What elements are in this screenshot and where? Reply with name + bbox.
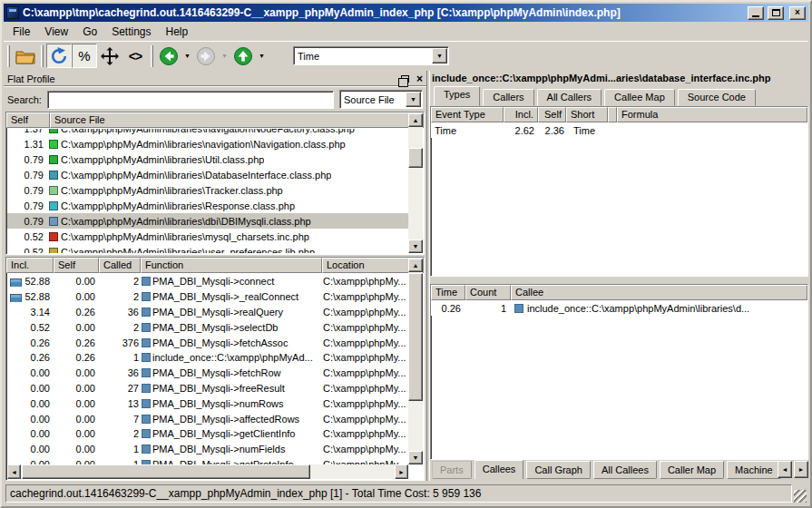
percent-toggle-button[interactable]: % [72,44,97,68]
group-by-value: Source File [340,94,406,105]
table-row[interactable]: 0.000.001PMA_DBI_Mysqli->numFieldsC:\xam… [7,442,408,457]
column-header-function[interactable]: Function [141,258,322,273]
table-row[interactable]: 0.000.007PMA_DBI_Mysqli->affectedRowsC:\… [7,411,408,426]
tab-scroll-right-button[interactable]: ► [794,461,808,478]
menu-help[interactable]: Help [159,24,196,40]
scrollbar-thumb[interactable] [22,464,310,479]
column-header-event-type[interactable]: Event Type [431,107,504,122]
column-header-source-file[interactable]: Source File [50,112,424,128]
list-item[interactable]: 0.79C:\xampp\phpMyAdmin\libraries\Tracke… [7,182,408,198]
table-row[interactable]: 0.000.0027PMA_DBI_Mysqli->freeResultC:\x… [7,381,408,396]
combobox-arrow-button[interactable]: ▼ [432,48,447,64]
menu-view[interactable]: View [37,24,75,40]
list-item[interactable]: 0.79C:\xampp\phpMyAdmin\libraries\Util.c… [7,151,408,167]
tab-all-callers[interactable]: All Callers [537,89,602,106]
up-dropdown-button[interactable]: ▼ [256,44,268,68]
expand-collapse-button[interactable]: <> [122,44,148,68]
column-header-called[interactable]: Called [99,258,141,273]
scroll-up-button[interactable]: ▲ [408,113,423,127]
resize-grip[interactable] [794,490,807,503]
column-header-callee[interactable]: Callee [511,285,807,300]
combobox-arrow-button[interactable]: ▼ [406,92,421,107]
toolbar-handle[interactable] [41,45,44,67]
close-button[interactable]: × [789,6,806,20]
tab-parts[interactable]: Parts [432,461,472,479]
list-item-selected[interactable]: 0.79C:\xampp\phpMyAdmin\libraries\dbi\DB… [7,213,408,229]
forward-dropdown-button[interactable]: ▼ [219,44,230,68]
table-row[interactable]: 0.26 1 include_once::C:\xampp\phpMyAdmin… [431,300,807,316]
dock-header[interactable]: Flat Profile × [4,71,426,87]
column-header-count[interactable]: Count [465,285,511,300]
table-row[interactable]: 0.260.261include_once::C:\xampp\phpMyAd.… [7,350,408,366]
tab-call-graph[interactable]: Call Graph [526,461,591,479]
dock-close-icon[interactable]: × [416,73,423,84]
maximize-button[interactable] [768,6,784,20]
scroll-left-button[interactable]: ◄ [7,464,21,479]
table-row[interactable]: 52.880.002PMA_DBI_Mysqli->_realConnectC:… [7,289,408,305]
tab-all-callees[interactable]: All Callees [593,461,657,479]
column-header-incl[interactable]: Incl. [504,107,538,122]
column-header-self[interactable]: Self [538,107,566,122]
tab-caller-map[interactable]: Caller Map [660,461,724,479]
column-header-self[interactable]: Self [6,112,50,128]
scroll-up-button[interactable]: ▲ [408,259,423,272]
table-row[interactable]: 0.000.0036PMA_DBI_Mysqli->fetchRowC:\xam… [7,366,408,381]
table-row[interactable]: Time 2.62 2.36 Time [431,122,807,138]
table-row[interactable]: 0.520.002PMA_DBI_Mysqli->selectDbC:\xamp… [7,319,408,335]
tab-types[interactable]: Types [434,86,480,106]
table-row[interactable]: 0.000.0013PMA_DBI_Mysqli->numRowsC:\xamp… [7,396,408,411]
called-value: 36 [100,367,142,378]
back-button[interactable] [156,44,181,68]
column-header-self[interactable]: Self [54,258,99,273]
reload-button[interactable] [46,44,72,68]
list-item[interactable]: 0.79C:\xampp\phpMyAdmin\libraries\Databa… [7,167,408,182]
scroll-right-button[interactable]: ► [395,464,408,479]
list-item[interactable]: 1.31C:\xampp\phpMyAdmin\libraries\naviga… [7,136,408,151]
scrollbar-thumb[interactable] [408,148,423,168]
back-dropdown-button[interactable]: ▼ [181,44,193,68]
scrollbar-thumb[interactable] [408,273,423,401]
search-input[interactable] [47,91,334,109]
column-header-time[interactable]: Time [431,285,465,300]
self-value: 0.26 [54,337,100,348]
up-button[interactable] [230,44,256,68]
forward-button[interactable] [193,44,219,68]
menu-file[interactable]: File [5,24,37,40]
table-row[interactable]: 52.880.002PMA_DBI_Mysqli->connectC:\xamp… [7,274,408,289]
toolbar-handle[interactable] [7,45,10,67]
menu-go[interactable]: Go [75,24,104,40]
list-item[interactable]: 0.52C:\xampp\phpMyAdmin\libraries\mysql_… [7,229,408,244]
toolbar-handle[interactable] [151,45,153,67]
tab-source-code[interactable]: Source Code [678,89,756,106]
scroll-down-button[interactable]: ▼ [408,451,423,464]
float-dock-icon[interactable] [401,75,409,83]
horizontal-scrollbar[interactable]: ◄ ► [7,464,408,479]
open-file-button[interactable] [13,44,38,68]
table-row[interactable]: 0.000.002PMA_DBI_Mysqli->getClientInfoC:… [7,426,408,442]
tab-machine[interactable]: Machine [727,461,781,479]
list-item[interactable]: 1.37C:\xampp\phpMyAdmin\libraries\naviga… [7,129,408,136]
tab-callers[interactable]: Callers [483,89,533,106]
tab-callee-map[interactable]: Callee Map [604,89,675,106]
pan-mode-button[interactable] [97,44,122,68]
table-row[interactable]: 0.260.26376PMA_DBI_Mysqli->fetchAssocC:\… [7,335,408,350]
title-bar[interactable]: C:\xampp\tmp\cachegrind.out.1416463299-C… [4,4,808,22]
list-item[interactable]: 0.79C:\xampp\phpMyAdmin\libraries\Respon… [7,198,408,213]
list-item[interactable]: 0.52C:\xampp\phpMyAdmin\libraries\user_p… [7,244,408,253]
event-type-combobox[interactable]: Time ▼ [293,46,449,65]
column-header-formula[interactable]: Formula [617,107,807,122]
table-row[interactable]: 3.140.2636PMA_DBI_Mysqli->realQueryC:\xa… [7,305,408,320]
column-header-incl[interactable]: Incl. [6,258,54,273]
incl-value: 0.52 [7,322,54,333]
scroll-down-button[interactable]: ▼ [408,239,423,253]
tab-scroll-left-button[interactable]: ◄ [778,461,792,478]
table-row[interactable]: 0.000.001PMA_DBI_Mysqli->getProtoInfoC:\… [7,457,408,464]
column-header-short[interactable]: Short [566,107,608,122]
tab-callees[interactable]: Callees [474,460,524,480]
menu-settings[interactable]: Settings [104,24,158,40]
vertical-scrollbar[interactable]: ▲ ▼ [408,113,423,253]
group-by-combobox[interactable]: Source File ▼ [339,90,423,109]
vertical-scrollbar[interactable]: ▲ ▼ [408,259,423,464]
minimize-button[interactable] [748,6,764,20]
incl-value: 0.00 [7,444,54,454]
